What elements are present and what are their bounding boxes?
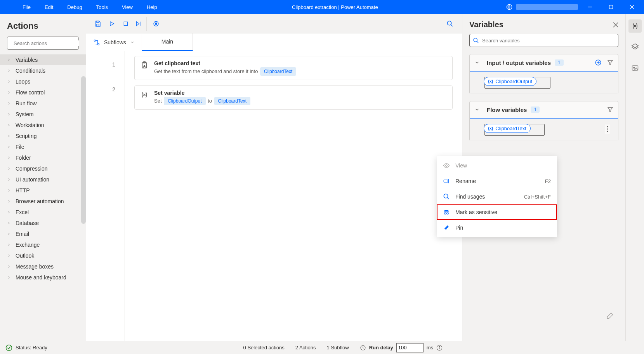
titlebar: File Edit Debug Tools View Help Clipboar… <box>0 0 644 14</box>
status-selected: 0 Selected actions <box>243 345 285 351</box>
action-category[interactable]: Message boxes <box>0 261 86 272</box>
variable-chip[interactable]: {x} ClipboardOutput <box>484 77 536 86</box>
right-rail <box>625 14 644 341</box>
steps-container: AGet clipboard textGet the text from the… <box>125 51 462 341</box>
record-button[interactable] <box>149 17 163 31</box>
menu-tools[interactable]: Tools <box>89 4 115 10</box>
scrollbar[interactable] <box>81 76 86 224</box>
step-button[interactable] <box>133 17 147 31</box>
maximize-button[interactable] <box>602 0 620 14</box>
action-category[interactable]: HTTP <box>0 185 86 196</box>
action-category[interactable]: Variables <box>0 54 86 65</box>
menu-debug[interactable]: Debug <box>60 4 89 10</box>
variable-chip[interactable]: {x} ClipboardText <box>484 124 531 133</box>
menu-file[interactable]: File <box>16 4 38 10</box>
action-category[interactable]: System <box>0 109 86 120</box>
flow-variables-header[interactable]: Flow variables 1 <box>470 101 618 119</box>
action-category[interactable]: Flow control <box>0 87 86 98</box>
menu-edit[interactable]: Edit <box>38 4 60 10</box>
actions-search-input[interactable] <box>14 40 79 46</box>
variable-name: ClipboardOutput <box>495 78 532 84</box>
save-button[interactable] <box>91 17 105 31</box>
ctx-pin[interactable]: Pin <box>437 220 557 235</box>
step-title: Set variable <box>154 90 447 96</box>
action-category[interactable]: Email <box>0 228 86 239</box>
flow-step[interactable]: AGet clipboard textGet the text from the… <box>134 56 453 80</box>
action-list[interactable]: VariablesConditionalsLoopsFlow controlRu… <box>0 54 86 341</box>
action-category[interactable]: Mouse and keyboard <box>0 272 86 283</box>
flow-icon <box>93 39 100 45</box>
ctx-label: View <box>455 162 467 169</box>
flow-step[interactable]: Set variableSet ClipboardOutput to Clipb… <box>134 85 453 110</box>
ms-label: ms <box>427 345 433 351</box>
close-button[interactable] <box>623 0 641 14</box>
action-category[interactable]: Conditionals <box>0 65 86 76</box>
rail-variables-button[interactable] <box>628 19 642 33</box>
stop-button[interactable] <box>119 17 133 31</box>
info-icon[interactable] <box>436 345 443 351</box>
subflows-dropdown[interactable]: Subflows <box>86 33 142 51</box>
svg-line-45 <box>447 197 449 199</box>
line-number: 1 <box>86 58 125 83</box>
actions-search[interactable] <box>7 37 79 50</box>
menu-help[interactable]: Help <box>140 4 164 10</box>
ctx-find-usages[interactable]: Find usages Ctrl+Shift+F <box>437 189 557 204</box>
action-category[interactable]: Scripting <box>0 131 86 141</box>
search-icon <box>473 37 479 44</box>
svg-point-41 <box>446 165 448 167</box>
action-category[interactable]: Excel <box>0 207 86 218</box>
account-label[interactable] <box>516 4 578 10</box>
action-category[interactable]: UI automation <box>0 174 86 185</box>
action-category[interactable]: Browser automation <box>0 196 86 207</box>
toolbar <box>86 14 462 33</box>
ctx-mark-sensitive[interactable]: Mark as sensitive <box>437 204 557 220</box>
eraser-icon[interactable] <box>606 312 614 320</box>
run-button[interactable] <box>105 17 119 31</box>
status-subflows: 1 Subflow <box>327 345 349 351</box>
eye-icon <box>443 162 450 169</box>
menu-view[interactable]: View <box>115 4 140 10</box>
action-category[interactable]: Run flow <box>0 98 86 109</box>
action-category[interactable]: Exchange <box>0 239 86 250</box>
search-icon <box>443 193 450 200</box>
step-title: Get clipboard text <box>154 60 447 66</box>
svg-marker-9 <box>110 21 114 26</box>
action-category[interactable]: Database <box>0 218 86 228</box>
canvas-search-button[interactable] <box>442 17 457 31</box>
globe-icon[interactable] <box>506 3 513 10</box>
minimize-button[interactable] <box>581 0 599 14</box>
action-category[interactable]: Folder <box>0 152 86 163</box>
io-variables-title: Input / output variables <box>487 59 551 66</box>
pin-icon <box>443 224 450 231</box>
action-category[interactable]: Loops <box>0 76 86 87</box>
svg-point-46 <box>444 213 446 214</box>
rail-images-button[interactable] <box>628 61 642 75</box>
variables-search[interactable] <box>469 34 618 47</box>
ctx-rename[interactable]: Rename F2 <box>437 173 557 189</box>
svg-point-26 <box>474 38 477 42</box>
add-variable-button[interactable] <box>595 59 602 66</box>
svg-point-35 <box>607 131 608 132</box>
chevron-down-icon <box>474 107 480 112</box>
ctx-label: Mark as sensitive <box>455 209 497 215</box>
svg-rect-7 <box>97 21 99 23</box>
svg-marker-11 <box>136 21 139 26</box>
action-category[interactable]: Workstation <box>0 120 86 131</box>
variables-search-input[interactable] <box>482 38 615 44</box>
svg-point-44 <box>444 194 448 198</box>
flow-count-badge: 1 <box>531 106 540 113</box>
run-delay-input[interactable] <box>396 343 424 352</box>
action-category[interactable]: Outlook <box>0 250 86 261</box>
filter-icon[interactable] <box>607 59 613 66</box>
filter-icon[interactable] <box>607 106 613 113</box>
close-panel-button[interactable] <box>613 22 618 28</box>
actions-sidebar: Actions VariablesConditionalsLoopsFlow c… <box>0 14 86 341</box>
svg-rect-2 <box>609 5 613 9</box>
svg-point-17 <box>94 40 95 41</box>
io-variables-header[interactable]: Input / output variables 1 <box>470 54 618 71</box>
action-category[interactable]: File <box>0 141 86 152</box>
more-options-button[interactable] <box>605 124 610 134</box>
tab-main[interactable]: Main <box>142 33 193 51</box>
rail-layers-button[interactable] <box>628 40 642 54</box>
action-category[interactable]: Compression <box>0 163 86 174</box>
